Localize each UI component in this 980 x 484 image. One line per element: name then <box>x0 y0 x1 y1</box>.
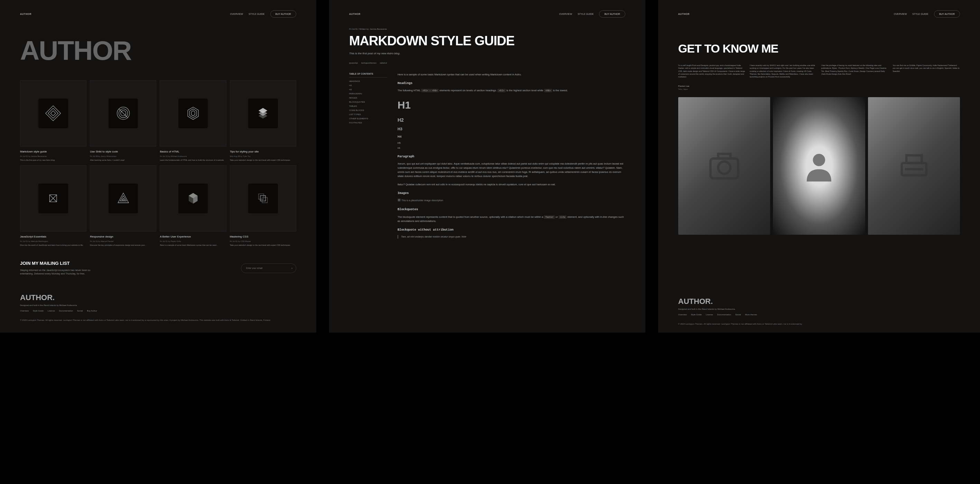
footer-link[interactable]: Overview <box>20 310 29 312</box>
about-title: GET TO KNOW ME <box>678 42 960 55</box>
code-cite: cite <box>558 215 567 219</box>
buy-button[interactable]: BUY AUTHOR <box>599 10 625 18</box>
blog-panel: AUTHOR OVERVIEW STYLE GUIDE BUY AUTHOR A… <box>0 0 316 333</box>
about-images <box>678 97 960 235</box>
post-card[interactable]: A Better User Experience Fri Jul 01 by P… <box>160 165 226 247</box>
post-thumbnail <box>20 165 86 232</box>
footer-link[interactable]: Buy Author <box>87 310 97 312</box>
svg-marker-12 <box>122 199 124 200</box>
bq-no-attr-heading: Blockquote without attribution <box>398 228 625 232</box>
toc-item[interactable]: LIST TYPES <box>349 113 387 115</box>
about-columns: I'm a self taught Front-end Designer, pr… <box>678 64 960 78</box>
post-title: Mastering CSS <box>230 235 296 238</box>
article-panel: AUTHOR OVERVIEW STYLE GUIDE BUY AUTHOR F… <box>329 0 645 333</box>
post-meta: Fri Jul 15 by Michael Andreuzza <box>160 155 226 157</box>
toc-item[interactable]: H3 <box>349 89 387 91</box>
footer-link[interactable]: Overview <box>678 314 687 316</box>
post-meta: Fri Jul 01 by Jacinta Benavente <box>20 155 86 157</box>
svg-point-14 <box>718 161 730 174</box>
tag[interactable]: javascript <box>349 62 358 64</box>
code-h1: <h1> <box>498 89 506 92</box>
header: AUTHOR OVERVIEW STYLE GUIDE BUY AUTHOR <box>678 7 960 28</box>
footer-link[interactable]: Social <box>77 310 83 312</box>
nav-overview[interactable]: OVERVIEW <box>894 13 907 15</box>
svg-marker-10 <box>118 193 129 203</box>
tag[interactable]: tailwind <box>380 62 387 64</box>
mailing-desc: Staying informed on the JavaScript ecosy… <box>20 269 96 276</box>
blockquote-content: Tiam, ad mint andaepu dandae nostion sec… <box>398 235 625 239</box>
mailing-title: JOIN MY MAILING LIST <box>20 261 96 266</box>
logo[interactable]: AUTHOR <box>678 13 690 15</box>
post-meta: Fri Jul 01 by CSS Master <box>230 240 296 242</box>
post-desc: Take your website's design to the next l… <box>230 244 296 247</box>
footer-link[interactable]: Social <box>735 314 741 316</box>
toc-item[interactable]: TABLES <box>349 105 387 107</box>
toc-item[interactable]: FOOTNOTES <box>349 122 387 124</box>
post-title: Use Shiki to style code <box>90 150 156 153</box>
post-meta: Mon Aug 08 by Tyler Toy <box>230 155 296 157</box>
mailing-input-wrap: › <box>241 263 296 273</box>
post-title: Basics of HTML <box>160 150 226 153</box>
header: AUTHOR OVERVIEW STYLE GUIDE BUY AUTHOR <box>349 7 625 28</box>
post-desc: This is the first post of my new Astro b… <box>20 159 86 162</box>
buy-button[interactable]: BUY AUTHOR <box>934 10 960 18</box>
post-meta: Fri Jul 01 by Pepito Grillo <box>160 240 226 242</box>
nav-overview[interactable]: OVERVIEW <box>559 13 573 15</box>
logo[interactable]: AUTHOR <box>349 13 361 15</box>
footer-link[interactable]: License <box>706 314 713 316</box>
article-title: MARKDOWN STYLE GUIDE <box>349 33 625 48</box>
post-card[interactable]: Responsive design Fri Jul 01 by Manuel P… <box>90 165 156 247</box>
post-card[interactable]: Use Shiki to style code Fri Jul 08 by Je… <box>90 80 156 162</box>
header: AUTHOR OVERVIEW STYLE GUIDE BUY AUTHOR <box>20 7 296 28</box>
post-thumbnail <box>160 80 226 146</box>
post-card[interactable]: JavaScript Essentials Fri Jul 01 by Meli… <box>20 165 86 247</box>
h3-demo: H3 <box>398 126 625 132</box>
h6-demo: H6 <box>398 146 625 150</box>
mailing-section: JOIN MY MAILING LIST Staying informed on… <box>20 261 296 276</box>
footer-link[interactable]: Style Guide <box>691 314 702 316</box>
footer-link[interactable]: More themes <box>745 314 757 316</box>
email-input[interactable] <box>246 267 291 269</box>
article-meta: Fri Jul 01 / Written by: Jacinta Benaven… <box>349 28 625 30</box>
svg-rect-1 <box>48 108 59 119</box>
toc-item[interactable]: CODE BLOCKS <box>349 109 387 111</box>
toc-item[interactable]: HEADINGS <box>349 80 387 82</box>
nav-overview[interactable]: OVERVIEW <box>230 13 243 15</box>
footer-sub: Designed and built in the Åland Islands … <box>20 304 296 306</box>
post-card[interactable]: Markdown style guide Fri Jul 01 by Jacin… <box>20 80 86 162</box>
nav-style[interactable]: STYLE GUIDE <box>248 13 264 15</box>
footer-link[interactable]: License <box>48 310 55 312</box>
toc-item[interactable]: BLOCKQUOTES <box>349 101 387 103</box>
code-footer: footer <box>544 215 554 219</box>
post-title: A Better User Experience <box>160 235 226 238</box>
post-meta: Fri Jul 01 by Melinda Washington <box>20 240 86 242</box>
post-meta: Fri Jul 01 by Manuel Pandel <box>90 240 156 242</box>
post-card[interactable]: Basics of HTML Fri Jul 15 by Michael And… <box>160 80 226 162</box>
footer-link[interactable]: Style Guide <box>33 310 43 312</box>
footer-logo: AUTHOR. <box>678 297 960 306</box>
tag[interactable]: lexingtonthemes <box>361 62 377 64</box>
toc-item[interactable]: OTHER ELEMENTS <box>349 118 387 119</box>
submit-arrow-icon[interactable]: › <box>291 267 293 270</box>
logo[interactable]: AUTHOR <box>20 13 32 15</box>
toc-item[interactable]: IMAGES <box>349 97 387 99</box>
code-h6: <h6> <box>544 89 552 92</box>
toc-item[interactable]: PARAGRAPH <box>349 92 387 95</box>
nav-style[interactable]: STYLE GUIDE <box>578 13 593 15</box>
buy-button[interactable]: BUY AUTHOR <box>270 10 296 18</box>
h2-demo: H2 <box>398 116 625 124</box>
post-card[interactable]: Tips for styling your site Mon Aug 08 by… <box>230 80 296 162</box>
toc-item[interactable]: H2 <box>349 84 387 86</box>
post-card[interactable]: Mastering CSS Fri Jul 01 by CSS Master T… <box>230 165 296 247</box>
footer-link[interactable]: Documentation <box>717 314 731 316</box>
post-grid: Markdown style guide Fri Jul 01 by Jacin… <box>20 80 296 247</box>
post-thumbnail <box>90 80 156 146</box>
footer-link[interactable]: Documentation <box>59 310 73 312</box>
h5-demo: H5 <box>398 141 625 145</box>
post-desc: Dive into the world of JavaScript and le… <box>20 244 86 247</box>
images-heading: Images <box>398 191 625 196</box>
headings-heading: Headings <box>398 81 625 86</box>
svg-point-16 <box>813 154 826 166</box>
nav-style[interactable]: STYLE GUIDE <box>912 13 928 15</box>
svg-rect-15 <box>718 154 730 158</box>
